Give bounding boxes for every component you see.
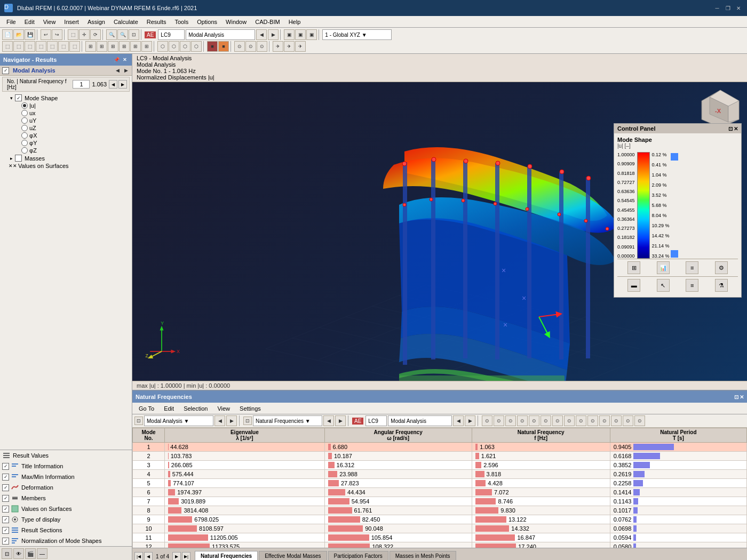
bt-tool6[interactable]: ⊙	[541, 415, 551, 426]
tb-view1[interactable]: ▣	[284, 29, 295, 40]
tb-undo[interactable]: ↩	[41, 29, 51, 40]
minimize-button[interactable]: ─	[713, 4, 721, 12]
tb-view3[interactable]: ▣	[306, 29, 317, 40]
nav-uy[interactable]: uY	[0, 117, 132, 124]
menu-edit[interactable]: Edit	[20, 18, 39, 26]
bt-tool3[interactable]: ⊙	[505, 415, 516, 426]
menu-settings[interactable]: Settings	[235, 404, 265, 413]
modal-analysis-checkbox[interactable]	[2, 67, 9, 74]
tb-i3[interactable]: ⊙	[257, 41, 267, 52]
cp-restore-btn[interactable]: ⊡	[728, 126, 733, 132]
tb-zoom-out[interactable]: 🔍	[117, 29, 128, 40]
bt-lc-next[interactable]: ▶	[465, 415, 475, 426]
nav-masses[interactable]: ▸ Masses	[0, 154, 132, 162]
tb-color2[interactable]: ■	[218, 41, 229, 52]
bt-tool1[interactable]: ⊙	[482, 415, 492, 426]
nav-pin-btn[interactable]: 📌	[113, 56, 120, 63]
menu-insert[interactable]: Insert	[60, 18, 83, 26]
bt-tool5[interactable]: ⊙	[529, 415, 539, 426]
bt-tool4[interactable]: ⊙	[517, 415, 528, 426]
menu-results[interactable]: Results	[142, 18, 171, 26]
cp-icon-bar[interactable]: ▬	[627, 279, 640, 292]
tb-f1[interactable]: ⬚	[2, 41, 13, 52]
bt-tool9[interactable]: ⊙	[576, 415, 586, 426]
tb-move[interactable]: ✛	[79, 29, 90, 40]
restore-button[interactable]: ❐	[724, 4, 732, 12]
nav-icon-1[interactable]: ⊡	[2, 548, 12, 559]
tab-masses-mesh[interactable]: Masses in Mesh Points	[390, 551, 456, 560]
bt-tool11[interactable]: ⊙	[599, 415, 610, 426]
bt-prev[interactable]: ◀	[214, 415, 225, 426]
tab-prev[interactable]: ◀	[144, 552, 153, 560]
bt-tool14[interactable]: ⊙	[634, 415, 645, 426]
table-row[interactable]: 4 575.444 23.988 3.818 0.2619	[133, 470, 747, 479]
tb-f4[interactable]: ⬚	[36, 41, 46, 52]
nav-close-btn[interactable]: ✕	[121, 56, 129, 63]
tb-zoom-in[interactable]: 🔍	[106, 29, 117, 40]
tb-f5[interactable]: ⬚	[47, 41, 58, 52]
bt-lc-prev[interactable]: ◀	[453, 415, 464, 426]
tb-j1[interactable]: ✈	[273, 41, 283, 52]
tb-f7[interactable]: ⬚	[69, 41, 80, 52]
table-row[interactable]: 9 6798.025 82.450 13.122 0.0762	[133, 515, 747, 524]
bt-tool2[interactable]: ⊙	[494, 415, 504, 426]
tab-last[interactable]: ▶|	[182, 552, 190, 560]
menu-window[interactable]: Window	[221, 18, 251, 26]
cp-icon-settings[interactable]: ⚙	[715, 261, 728, 274]
title-info-checkbox[interactable]	[2, 463, 9, 470]
tb-g1[interactable]: ⊞	[85, 41, 96, 52]
nav-icon-4[interactable]: —	[37, 548, 47, 559]
nav-normalization[interactable]: Normalization of Mode Shapes	[0, 535, 132, 546]
normalization-checkbox[interactable]	[2, 538, 9, 545]
menu-assign[interactable]: Assign	[83, 18, 109, 26]
masses-checkbox[interactable]	[15, 155, 22, 162]
tb-rotate[interactable]: ⟳	[90, 29, 101, 40]
bottom-panel-close[interactable]: ✕	[740, 394, 744, 400]
menu-view[interactable]: View	[39, 18, 60, 26]
cp-icon-cursor[interactable]: ↖	[657, 279, 670, 292]
tb-h2[interactable]: ⬡	[169, 41, 179, 52]
nav-members[interactable]: Members	[0, 493, 132, 503]
menu-view-table[interactable]: View	[213, 404, 234, 413]
u-abs-radio[interactable]	[21, 102, 28, 109]
mode-shape-checkbox[interactable]	[15, 94, 22, 101]
tb-select[interactable]: ⬚	[68, 29, 78, 40]
bt-analysis-type[interactable]: Modal Analysis ▼	[144, 415, 213, 426]
nav-phiz[interactable]: φZ	[0, 147, 132, 154]
tb-g4[interactable]: ⊞	[119, 41, 130, 52]
bt-lc-code[interactable]: LC9	[365, 415, 387, 426]
tb-g5[interactable]: ⊞	[130, 41, 141, 52]
values-surfaces-checkbox[interactable]	[2, 506, 9, 513]
maxmin-checkbox[interactable]	[2, 474, 9, 481]
menu-help[interactable]: Help	[284, 18, 305, 26]
menu-cad-bim[interactable]: CAD-BIM	[251, 18, 284, 26]
bt-tool10[interactable]: ⊙	[587, 415, 598, 426]
nav-u-abs[interactable]: |u|	[0, 102, 132, 109]
table-row[interactable]: 10 8108.597 90.048 14.332 0.0698	[133, 524, 747, 533]
nav-values-surfaces[interactable]: Values on Surfaces	[0, 503, 132, 514]
tb-zoom-all[interactable]: ⊡	[129, 29, 139, 40]
table-row[interactable]: 1 44.628 6.680 1.063 0.9405	[133, 443, 747, 452]
phix-radio[interactable]	[21, 132, 28, 139]
cp-icon-filter[interactable]: ⚗	[715, 279, 728, 292]
mode-prev-btn[interactable]: ◀	[109, 80, 117, 89]
bt-next[interactable]: ▶	[226, 415, 237, 426]
tb-f6[interactable]: ⬚	[58, 41, 69, 52]
cp-close-btn[interactable]: ✕	[734, 126, 738, 132]
bt-tool13[interactable]: ⊙	[623, 415, 633, 426]
nav-ux[interactable]: ux	[0, 109, 132, 117]
deformation-checkbox[interactable]	[2, 484, 9, 491]
table-row[interactable]: 11 11205.005 105.854 16.847 0.0594	[133, 533, 747, 542]
bottom-panel-expand[interactable]: ⊡	[734, 394, 738, 400]
tab-effective-modal[interactable]: Effective Modal Masses	[259, 551, 327, 560]
close-button[interactable]: ✕	[734, 4, 743, 12]
ux-radio[interactable]	[21, 110, 28, 116]
lc-dropdown[interactable]: LC9	[158, 29, 185, 40]
nav-next-btn[interactable]: ▶	[122, 67, 130, 74]
menu-selection[interactable]: Selection	[179, 404, 212, 413]
tb-i1[interactable]: ⊙	[234, 41, 245, 52]
type-display-checkbox[interactable]	[2, 516, 9, 523]
nav-icon-2[interactable]: 👁	[13, 548, 24, 559]
menu-options[interactable]: Options	[193, 18, 221, 26]
members-checkbox[interactable]	[2, 495, 9, 502]
